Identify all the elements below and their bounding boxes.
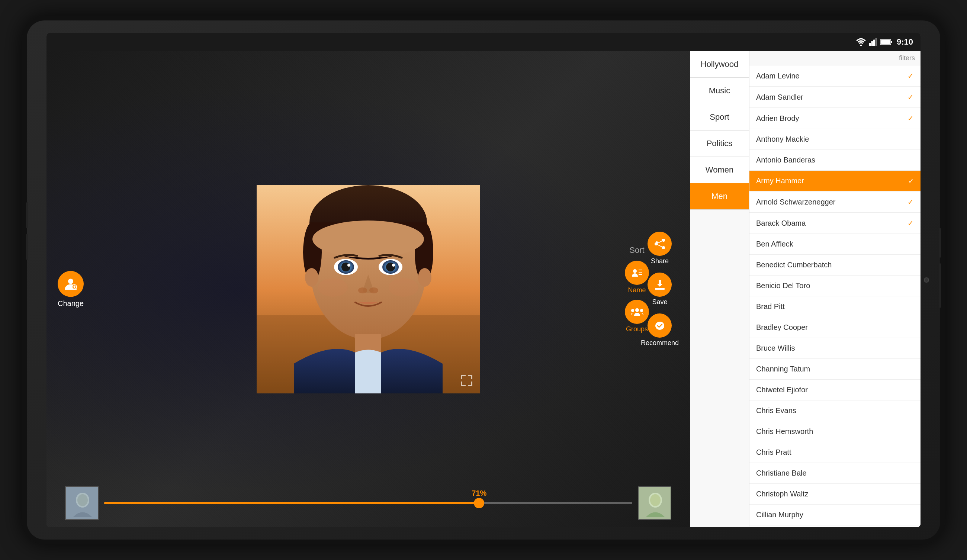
side-button-1	[939, 228, 941, 258]
svg-rect-3	[873, 40, 875, 46]
left-button-1	[26, 202, 28, 228]
category-btn-music[interactable]: Music	[690, 78, 749, 104]
face-canvas	[257, 185, 480, 394]
category-panel: HollywoodMusicSportPoliticsWomenMen	[690, 51, 749, 527]
svg-rect-2	[871, 41, 873, 46]
name-item-chris-evans[interactable]: Chris Evans	[749, 400, 921, 421]
left-thumbnail	[65, 486, 99, 520]
name-item-christoph-waltz[interactable]: Christoph Waltz	[749, 484, 921, 505]
svg-point-39	[662, 239, 664, 241]
slider-track[interactable]: 71%	[104, 502, 632, 504]
name-item-colin-farrell[interactable]: Colin Farrell	[749, 525, 921, 527]
svg-point-42	[633, 269, 637, 273]
name-check-adam-levine: ✓	[908, 71, 914, 80]
slider-area: 71%	[65, 486, 671, 520]
right-thumbnail	[638, 486, 671, 520]
sort-groups-circle	[625, 300, 649, 324]
svg-point-25	[392, 264, 395, 267]
name-check-adam-sandler: ✓	[908, 92, 914, 102]
name-item-benedict-cumberbatch[interactable]: Benedict Cumberbatch	[749, 255, 921, 275]
tablet-camera	[924, 277, 929, 283]
share-icon-circle	[647, 232, 672, 256]
name-text-barack-obama: Barack Obama	[756, 219, 805, 227]
svg-point-30	[418, 268, 431, 287]
svg-point-51	[78, 494, 88, 506]
sort-label: Sort	[629, 245, 644, 255]
name-text-chiwetel-ejiofor: Chiwetel Ejiofor	[756, 385, 808, 394]
name-item-arnold-schwarzenegger[interactable]: Arnold Schwarzenegger✓	[749, 191, 921, 213]
save-icon-circle	[647, 273, 672, 297]
svg-point-31	[318, 278, 348, 297]
slider-fill	[104, 502, 479, 504]
filters-header: filters	[749, 51, 921, 66]
name-item-adam-sandler[interactable]: Adam Sandler✓	[749, 87, 921, 108]
name-item-adam-levine[interactable]: Adam Levine✓	[749, 66, 921, 87]
category-btn-women[interactable]: Women	[690, 157, 749, 183]
expand-button[interactable]	[457, 371, 476, 390]
tablet-screen: 9:10 Change	[46, 33, 921, 527]
name-item-chiwetel-ejiofor[interactable]: Chiwetel Ejiofor	[749, 380, 921, 400]
wifi-icon	[856, 38, 866, 46]
name-item-channing-tatum[interactable]: Channing Tatum	[749, 359, 921, 380]
sort-groups-label: Groups	[626, 325, 648, 333]
svg-point-47	[631, 309, 634, 312]
name-item-cillian-murphy[interactable]: Cillian Murphy	[749, 505, 921, 525]
main-content: Change	[46, 51, 921, 527]
name-text-ben-affleck: Ben Affleck	[756, 240, 793, 249]
name-item-bradley-cooper[interactable]: Bradley Cooper	[749, 317, 921, 338]
name-text-chris-hemsworth: Chris Hemsworth	[756, 427, 813, 436]
name-item-antonio-banderas[interactable]: Antonio Banderas	[749, 150, 921, 171]
name-text-bradley-cooper: Bradley Cooper	[756, 323, 808, 332]
name-text-adam-sandler: Adam Sandler	[756, 93, 804, 102]
name-item-brad-pitt[interactable]: Brad Pitt	[749, 296, 921, 317]
name-text-chris-pratt: Chris Pratt	[756, 448, 791, 456]
names-list: Adam Levine✓Adam Sandler✓Adrien Brody✓An…	[749, 66, 921, 527]
name-text-christoph-waltz: Christoph Waltz	[756, 490, 808, 498]
svg-point-38	[656, 241, 658, 244]
save-icon	[653, 278, 666, 291]
save-button[interactable]: Save	[647, 273, 672, 306]
tablet-device: 9:10 Change	[22, 16, 945, 544]
name-text-bruce-willis: Bruce Willis	[756, 344, 795, 352]
face-svg	[257, 185, 480, 394]
name-check-barack-obama: ✓	[908, 219, 914, 227]
sort-name-button[interactable]: Name	[625, 261, 649, 294]
name-item-bruce-willis[interactable]: Bruce Willis	[749, 338, 921, 359]
status-bar: 9:10	[46, 33, 921, 51]
save-label: Save	[652, 298, 667, 306]
name-item-christiane-bale[interactable]: Christiane Bale	[749, 463, 921, 484]
name-item-chris-pratt[interactable]: Chris Pratt	[749, 442, 921, 463]
name-item-chris-hemsworth[interactable]: Chris Hemsworth	[749, 421, 921, 442]
category-btn-hollywood[interactable]: Hollywood	[690, 51, 749, 78]
name-text-adrien-brody: Adrien Brody	[756, 114, 799, 123]
svg-point-54	[650, 494, 660, 506]
svg-point-40	[662, 247, 664, 249]
name-text-channing-tatum: Channing Tatum	[756, 365, 810, 373]
category-btn-men[interactable]: Men	[690, 183, 749, 210]
change-label: Change	[58, 299, 84, 308]
svg-point-48	[640, 309, 643, 312]
sort-groups-button[interactable]: Groups	[625, 300, 649, 333]
name-text-brad-pitt: Brad Pitt	[756, 302, 785, 311]
sort-name-label: Name	[628, 286, 646, 294]
slider-thumb[interactable]	[474, 498, 484, 508]
name-item-ben-affleck[interactable]: Ben Affleck	[749, 234, 921, 255]
name-item-barack-obama[interactable]: Barack Obama✓	[749, 213, 921, 234]
name-item-anthony-mackie[interactable]: Anthony Mackie	[749, 129, 921, 150]
svg-point-29	[305, 268, 318, 287]
share-button[interactable]: Share	[647, 232, 672, 265]
svg-point-27	[369, 287, 378, 293]
change-button[interactable]: Change	[58, 271, 84, 308]
name-item-benicio-del-toro[interactable]: Benicio Del Toro	[749, 275, 921, 296]
side-button-2	[939, 263, 941, 308]
name-text-anthony-mackie: Anthony Mackie	[756, 135, 809, 143]
category-btn-sport[interactable]: Sport	[690, 104, 749, 130]
name-text-army-hammer: Army Hammer	[756, 176, 804, 185]
category-btn-politics[interactable]: Politics	[690, 130, 749, 157]
names-list-panel: filters Adam Levine✓Adam Sandler✓Adrien …	[749, 51, 921, 527]
name-item-army-hammer[interactable]: Army Hammer✓	[749, 171, 921, 191]
left-button-2	[26, 234, 28, 260]
name-item-adrien-brody[interactable]: Adrien Brody✓	[749, 108, 921, 129]
signal-icon	[869, 38, 877, 46]
name-text-chris-evans: Chris Evans	[756, 407, 796, 415]
